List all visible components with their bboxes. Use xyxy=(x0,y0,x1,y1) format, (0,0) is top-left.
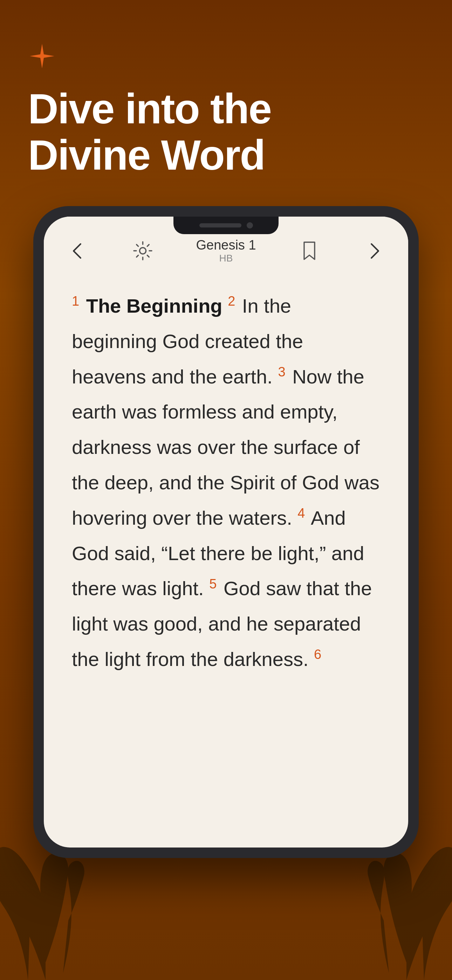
verse-6-number: 6 xyxy=(314,647,321,662)
phone-screen: Genesis 1 HB 1 The Begin xyxy=(44,216,408,848)
verse-4-number: 4 xyxy=(298,506,305,520)
bookmark-button[interactable] xyxy=(297,239,321,263)
notch-dot xyxy=(247,222,253,229)
sparkle-icon xyxy=(28,42,424,86)
verse-3-number: 3 xyxy=(278,364,285,379)
back-button[interactable] xyxy=(65,239,89,263)
verse-2-number: 2 xyxy=(228,294,235,309)
verse-1-number: 1 xyxy=(72,294,79,309)
svg-point-0 xyxy=(140,248,146,254)
forward-button[interactable] xyxy=(363,239,387,263)
settings-button[interactable] xyxy=(131,239,155,263)
main-content: Dive into the Divine Word xyxy=(0,0,452,886)
nav-center: Genesis 1 HB xyxy=(196,238,256,264)
phone-mockup: Genesis 1 HB 1 The Begin xyxy=(33,206,419,858)
section-heading: The Beginning xyxy=(86,295,223,317)
notch-pill xyxy=(199,223,242,228)
hero-title: Dive into the Divine Word xyxy=(28,86,424,178)
verse-3-text: Now the earth was formless and empty, da… xyxy=(72,366,379,529)
verse-5-number: 5 xyxy=(209,577,216,591)
phone-notch xyxy=(173,216,279,234)
bible-text-paragraph: 1 The Beginning 2 In the beginning God c… xyxy=(72,288,380,677)
bible-content: 1 The Beginning 2 In the beginning God c… xyxy=(44,274,408,698)
